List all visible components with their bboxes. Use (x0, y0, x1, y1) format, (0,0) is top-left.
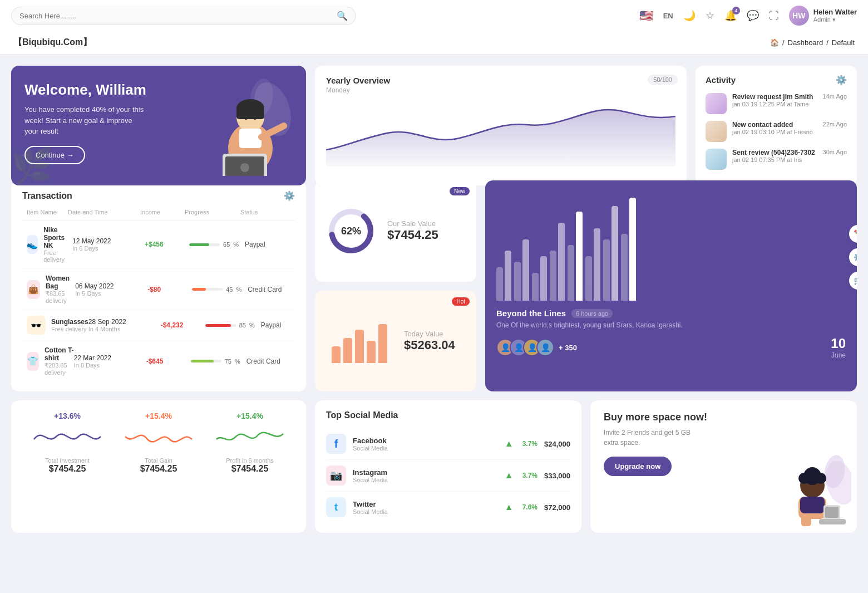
item-details-2: Sunglasses Free delivery (51, 318, 88, 332)
bar-group-2 (514, 239, 529, 301)
svg-point-7 (253, 116, 257, 120)
activity-item-2: Sent review (504)236-7302 jan 02 19 07:3… (706, 149, 847, 170)
activity-title-1: New contact added (732, 121, 817, 129)
mini-value-1: $7454.25 (116, 464, 201, 474)
activity-body-1: New contact added jan 02 19 03:10 PM at … (732, 121, 817, 135)
side-icon-cart[interactable]: 🛒 (849, 272, 857, 290)
wave-0 (24, 423, 110, 450)
social-media-card: Top Social Media f Facebook Social Media… (315, 400, 581, 533)
activity-title: Activity (706, 75, 736, 85)
user-text: Helen Walter Admin ▾ (813, 8, 857, 24)
wave-2 (207, 423, 293, 450)
activity-item-0: Review request jim Smith jan 03 19 12:25… (706, 93, 847, 114)
bar (558, 223, 565, 301)
transaction-header: Transaction ⚙️ (22, 190, 295, 201)
item-info-2: 🕶️ Sunglasses Free delivery (27, 316, 88, 335)
date-num: 10 (831, 336, 846, 351)
bar-group-4 (550, 223, 565, 301)
new-badge: New (450, 187, 470, 195)
activity-header: Activity ⚙️ (706, 75, 847, 85)
item-progress-1: 45% (192, 286, 248, 293)
illustration-svg (206, 76, 295, 176)
facebook-pct: 3.7% (522, 440, 537, 448)
search-bar[interactable]: 🔍 (11, 7, 356, 25)
bar-group-5 (568, 212, 583, 301)
transaction-title: Transaction (22, 191, 72, 201)
svg-rect-8 (239, 129, 262, 148)
activity-thumb-0 (706, 93, 727, 114)
item-status-1: Credit Card (248, 286, 298, 293)
item-progress-0: 65% (189, 241, 245, 248)
col-item-name: Item Name (27, 209, 68, 215)
buy-title: Buy more space now! (604, 411, 844, 423)
instagram-pct: 3.7% (522, 472, 537, 479)
search-input[interactable] (19, 12, 332, 20)
date-badge: 10 June (831, 336, 846, 359)
leaf-decoration: 🌿 (11, 146, 53, 185)
item-status-3: Credit Card (246, 357, 297, 365)
item-info-3: 👕 Cotton T-shirt ₹283.65 delivery (27, 346, 74, 376)
transaction-gear-icon[interactable]: ⚙️ (284, 190, 295, 201)
bar-group-7 (603, 206, 618, 301)
yearly-chart-svg (326, 100, 675, 166)
yearly-chart (326, 100, 675, 166)
wave-1 (116, 423, 201, 450)
activity-desc-0: jan 03 19 12:25 PM at Tame (732, 101, 817, 107)
transaction-card: Transaction ⚙️ Item Name Date and Time I… (11, 180, 306, 391)
instagram-up-arrow: ▲ (505, 471, 514, 481)
user-info[interactable]: HW Helen Walter Admin ▾ (789, 6, 857, 26)
bar (505, 251, 511, 301)
avatars: 👤 👤 👤 👤 (496, 339, 554, 356)
svg-rect-25 (825, 507, 839, 518)
activity-time-0: 14m Ago (823, 93, 847, 100)
item-progress-2: 85% (205, 322, 261, 329)
user-name: Helen Walter (813, 8, 857, 17)
table-row: 🕶️ Sunglasses Free delivery 28 Sep 2022 … (22, 310, 295, 341)
bar (568, 245, 574, 301)
item-income-0: +$456 (145, 241, 189, 248)
nav-right: 🇺🇸 EN 🌙 ☆ 🔔 4 💬 ⛶ HW Helen Walter Admin … (639, 6, 857, 26)
user-role: Admin ▾ (813, 16, 857, 23)
breadcrumb-dashboard[interactable]: Dashboard (788, 38, 823, 47)
bar-5 (378, 324, 387, 363)
bar-1 (332, 346, 341, 363)
item-date-2: 28 Sep 2022 In 4 Months (88, 318, 161, 332)
item-icon-1: 👜 (27, 280, 40, 299)
beyond-header: Beyond the Lines 6 hours ago (496, 308, 846, 318)
upgrade-button[interactable]: Upgrade now (604, 457, 672, 476)
expand-icon[interactable]: ⛶ (769, 10, 779, 22)
message-icon[interactable]: 💬 (747, 9, 759, 22)
side-icon-gear[interactable]: ⚙️ (849, 248, 857, 266)
mini-stats-card: +13.6% Total Investment $7454.25 +15.4% … (11, 400, 306, 533)
home-icon[interactable]: 🏠 (770, 38, 779, 47)
mini-pct-0: +13.6% (24, 411, 110, 420)
row3: +13.6% Total Investment $7454.25 +15.4% … (11, 400, 857, 533)
main-content: Welcome, William You have completed 40% … (0, 55, 868, 544)
plus-count: + 350 (559, 344, 577, 352)
beyond-desc: One Of the world,s brightest, young surf… (496, 321, 846, 329)
bar (532, 273, 539, 301)
progress-fill-2 (205, 324, 231, 327)
activity-gear-icon[interactable]: ⚙️ (836, 75, 847, 85)
beyond-section: Beyond the Lines 6 hours ago One Of the … (485, 301, 857, 367)
sale-info: Our Sale Value $7454.25 (387, 219, 438, 242)
search-icon: 🔍 (337, 11, 348, 21)
today-value-card: Hot Today Value $5263.04 (315, 291, 476, 392)
side-icon-edit[interactable]: ✏️ (849, 225, 857, 243)
bar-group-1 (496, 251, 511, 301)
notification-icon[interactable]: 🔔 4 (724, 9, 737, 22)
progress-bar-3 (191, 360, 221, 362)
activity-body-0: Review request jim Smith jan 03 19 12:25… (732, 93, 817, 107)
twitter-pct: 7.6% (522, 503, 537, 511)
item-info-1: 👜 Women Bag ₹83.65 delivery (27, 275, 75, 304)
breadcrumb-bar: 【Biqubiqu.Com】 🏠 / Dashboard / Default (0, 31, 868, 55)
item-progress-3: 75% (191, 358, 246, 365)
mini-stat-2: +15.4% Profit in 6 months $7454.25 (207, 411, 293, 522)
lang-label[interactable]: EN (663, 12, 673, 20)
progress-fill-3 (191, 360, 214, 362)
star-icon[interactable]: ☆ (706, 9, 714, 22)
side-icons: ✏️ ⚙️ 🛒 (849, 225, 857, 290)
social-item-twitter: t Twitter Social Media ▲ 7.6% $72,000 (326, 492, 570, 523)
dark-mode-icon[interactable]: 🌙 (683, 9, 696, 22)
item-date-0: 12 May 2022 In 6 Days (72, 237, 145, 252)
